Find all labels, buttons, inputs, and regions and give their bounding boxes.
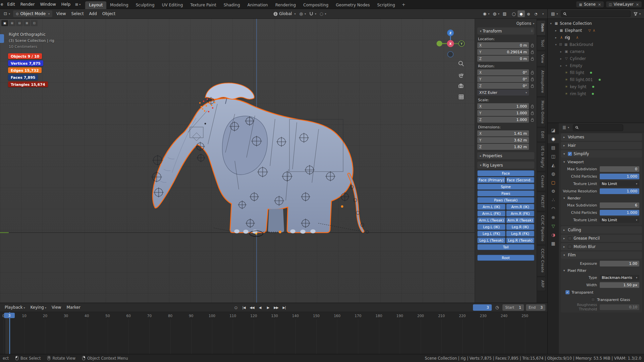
workspace-tab[interactable]: Shading [220,1,244,9]
rig-layer-button[interactable]: Face (Second... [506,177,534,183]
simplify-checkbox[interactable]: ✓ [568,152,572,156]
panel-grease-pencil[interactable]: ▸Grease Pencil [561,235,642,242]
transport-button[interactable]: ▶ [264,304,272,311]
rotation-field[interactable]: X0° [477,69,529,75]
workspace-tab[interactable]: Scripting [373,1,398,9]
rig-layer-button[interactable]: Arm.R (Tweak) [506,217,534,223]
sidebar-tab[interactable]: FACEIT [537,192,546,211]
properties-tab[interactable]: ▽ [548,222,559,230]
options-dropdown[interactable]: Options▾ [517,21,534,26]
timeline-menu-item[interactable]: Playback▾ [2,305,28,310]
rig-layer-button[interactable]: Leg.L (IK) [477,224,505,230]
rig-layer-button[interactable]: Arm.R (IK) [506,204,534,210]
expand-icon[interactable]: ▸ [559,64,563,67]
exposure-field[interactable]: 1.00 [600,261,639,266]
select-mode-button[interactable]: ⊟ [16,20,23,26]
expand-icon[interactable]: ▾ [554,43,558,46]
sidebar-tab[interactable]: Atmosphere [537,67,546,97]
properties-tab[interactable]: ▤ [548,143,559,152]
workspace-tab[interactable]: Texture Paint [186,1,220,9]
expand-icon[interactable]: ▾ [549,22,553,25]
timeline-menu-item[interactable]: View [49,305,64,310]
add-workspace-button[interactable]: + [399,2,409,7]
menu-item[interactable]: Help [59,2,73,7]
workspace-tab[interactable]: Layout [85,1,106,9]
rig-layers-panel-header[interactable]: ▾Rig Layers [477,162,534,169]
location-field[interactable]: Y0.29014 m [477,49,529,55]
panel-culling[interactable]: ▸Culling [561,226,642,234]
overlays-dropdown[interactable]: ◍▾ [491,11,501,16]
menu-item[interactable]: Edit [4,2,17,7]
sidebar-tab[interactable]: UE to Rigify [537,142,546,171]
rig-layer-button[interactable]: Arm.R (FK) [506,210,534,217]
viewport-menu-item[interactable]: View [54,11,68,16]
rig-layer-button[interactable]: Arm.L (IK) [477,204,505,210]
outliner-row[interactable]: ▸ rig ⅄ [548,34,644,41]
properties-editor-icon[interactable]: ☰▾ [561,125,571,130]
motion-blur-checkbox[interactable] [568,245,572,249]
transparent-checkbox[interactable]: ✓ [566,290,570,294]
remove-viewlayer-icon[interactable]: × [636,2,639,7]
rig-layer-button[interactable]: Leg.R (FK) [506,231,534,237]
editor-type-icon[interactable]: ⊡▾ [2,11,12,16]
outliner-row[interactable]: ▸ Elephant ▽ ⅄ [548,27,644,34]
scale-field[interactable]: Z1.000 [477,117,529,123]
scale-field[interactable]: Y1.000 [477,110,529,116]
viewport-menu-item[interactable]: Add [87,11,100,16]
outliner-row[interactable]: ▸ Empty [548,62,644,69]
shading-dropdown[interactable]: ▾ [540,12,545,15]
menu-item[interactable]: Render [18,2,38,7]
select-mode-button[interactable]: ⊡ [31,20,38,26]
select-mode-button[interactable]: ▣ [1,20,8,26]
panel-grip-icon[interactable]: ⠿ [531,29,533,33]
proportional-editing-toggle[interactable]: ◌▾ [318,11,328,16]
sidebar-tab[interactable]: CC/iC Create [537,245,546,276]
outliner-row[interactable]: fill light ● [548,69,644,76]
sidebar-tab[interactable]: Create [537,172,546,191]
rig-layer-button[interactable]: Leg.R (Tweak) [506,237,534,243]
rig-layer-button[interactable]: Face (Primary) [477,177,505,183]
viewport-3d[interactable]: ▣⊞⊟⊠⊡ Right Orthographic (3) Scene Colle… [0,19,475,303]
lock-icon[interactable] [530,71,534,74]
transparent-glass-checkbox[interactable] [591,298,595,302]
outliner-search-input[interactable] [568,12,628,16]
properties-tab[interactable]: ▦ [548,239,559,248]
outliner-row[interactable]: ▾ Scene Collection [548,20,644,27]
rig-layer-button[interactable]: Arm.L (FK) [477,210,505,217]
workspace-tab[interactable]: Sculpting [132,1,158,9]
sidebar-tab[interactable]: Mesh Online [537,97,546,127]
sidebar-tab[interactable]: Edit [537,128,546,142]
viewlayer-selector[interactable]: ◫ ViewLayer × [606,1,642,7]
outliner-row[interactable]: ▸ Cylinder [548,55,644,62]
property-field[interactable]: No Limit▾ [600,217,639,223]
property-field[interactable]: 1.000 [600,210,639,216]
rig-layer-button[interactable]: Paws (Tweak) [477,197,534,203]
properties-tab[interactable]: ⚙ [548,187,559,195]
lock-icon[interactable] [530,77,534,81]
lock-icon[interactable] [530,57,534,61]
properties-tab[interactable]: ⊗ [548,213,559,222]
transport-button[interactable]: ▶▶ [272,304,280,311]
pan-hand-icon[interactable] [457,71,465,79]
active-tool-button[interactable] [0,34,4,43]
menu-item[interactable]: Window [37,2,58,7]
timeline-menu-item[interactable]: Keying▾ [28,305,49,310]
filter-width-field[interactable]: 1.50 px [600,282,639,288]
rotation-field[interactable]: Z0° [477,83,529,89]
filter-icon[interactable]: ▾ [632,12,642,16]
rig-layer-button[interactable]: Paws [477,190,534,196]
frame-start-field[interactable]: Start1 [502,304,524,311]
properties-tab[interactable]: ◭ [548,161,559,169]
shading-mode-button[interactable]: ◔ [532,10,540,17]
zoom-icon[interactable] [457,60,465,68]
properties-search[interactable] [573,124,623,131]
rig-layer-button[interactable]: Face [477,170,534,176]
transport-button[interactable]: |◀ [240,304,248,311]
expand-icon[interactable]: ▸ [554,29,558,32]
mode-dropdown[interactable]: ⊙ Object Mode▾ [13,10,52,17]
pixel-filter-header[interactable]: ▾Pixel Filter [562,267,641,274]
frame-end-field[interactable]: End3 [526,304,545,311]
location-field[interactable]: X0 m [477,42,529,48]
property-field[interactable]: No Limit▾ [600,181,639,187]
pivot-point-dropdown[interactable]: ◎▾ [298,11,308,16]
